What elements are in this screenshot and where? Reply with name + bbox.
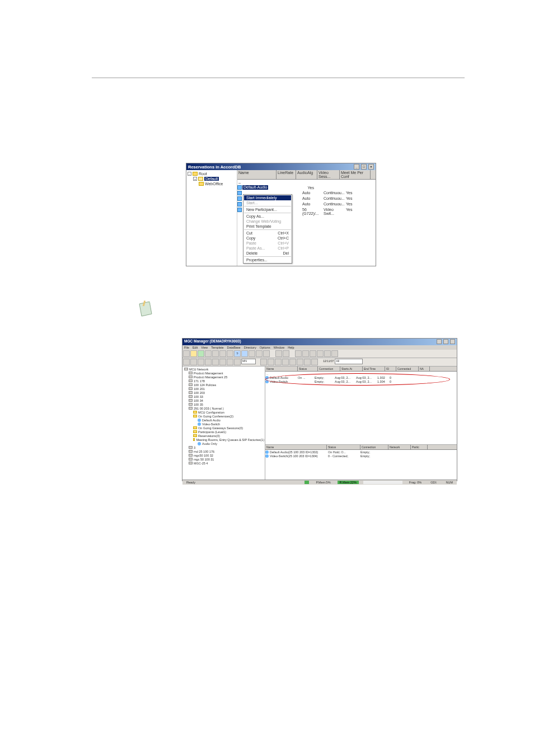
toolbar-button[interactable]: [219, 359, 226, 365]
toolbar-button[interactable]: [198, 350, 204, 357]
help-icon[interactable]: ?: [234, 350, 241, 357]
grid-row[interactable]: Video-Switch(25 100 203 ID=1304) 0 - Con…: [265, 454, 457, 458]
menu-delete[interactable]: DeleteDel: [244, 251, 291, 256]
toolbar-button[interactable]: [263, 350, 270, 357]
menu-copy-as[interactable]: Copy As...: [244, 214, 291, 219]
col-status[interactable]: Status: [298, 367, 318, 371]
menu-template[interactable]: Template: [211, 346, 223, 349]
col-partic[interactable]: Partic: [411, 445, 428, 449]
expand-icon[interactable]: +: [193, 177, 197, 181]
toolbar-button[interactable]: [183, 359, 190, 365]
col-videosess[interactable]: Video Sess...: [317, 170, 340, 179]
col-connection[interactable]: Connection: [360, 445, 388, 449]
menu-options[interactable]: Options: [260, 346, 270, 349]
toolbar-button[interactable]: [256, 350, 263, 357]
toolbar-button[interactable]: [227, 350, 233, 357]
toolbar-button[interactable]: [249, 350, 255, 357]
grid-row[interactable]: Default Audio(25 100 203 ID=1302) On Hol…: [265, 450, 457, 454]
toolbar-button[interactable]: [302, 350, 309, 357]
toolbar-button[interactable]: [234, 359, 241, 365]
tree-folder-default[interactable]: Default: [204, 177, 219, 181]
col-name[interactable]: Name: [237, 170, 277, 179]
menu-edit[interactable]: Edit: [193, 346, 198, 349]
col-endtime[interactable]: End Time: [363, 367, 385, 371]
toolbar-button[interactable]: [205, 350, 212, 357]
col-na[interactable]: NA: [419, 367, 430, 371]
ongoing-conferences[interactable]: On Going Conferences(2): [198, 415, 233, 418]
menu-file[interactable]: File: [184, 346, 189, 349]
menu-view[interactable]: View: [201, 346, 208, 349]
grid-row[interactable]: Video-Switch Empty; Aug 03, 2... Aug 03,…: [265, 379, 457, 383]
menu-window[interactable]: Window: [274, 346, 285, 349]
toolbar-button[interactable]: [212, 350, 219, 357]
menu-copy[interactable]: CopyCtrl+C: [244, 236, 291, 241]
menu-print-template[interactable]: Print Template: [244, 224, 291, 229]
toolbar-button[interactable]: [198, 359, 204, 365]
toolbar-button[interactable]: [268, 359, 274, 365]
menu-help[interactable]: Help: [288, 346, 294, 349]
toolbar-button[interactable]: [297, 359, 303, 365]
status-frag: Frag: 0%: [407, 481, 424, 484]
toolbar-button[interactable]: [289, 359, 296, 365]
menubar: File Edit View Template DataBase Directo…: [182, 345, 457, 350]
col-status[interactable]: Status: [327, 445, 360, 449]
toolbar-button[interactable]: [190, 359, 197, 365]
up-level[interactable]: ..: [237, 180, 376, 185]
toolbar-button[interactable]: [219, 350, 226, 357]
menu-start-immediately[interactable]: Start Immediately: [244, 195, 291, 200]
maximize-button[interactable]: [443, 339, 448, 344]
toolbar-button[interactable]: [317, 350, 324, 357]
col-linerate[interactable]: LineRate: [277, 170, 296, 179]
mname-field[interactable]: MN: [241, 359, 256, 364]
toolbar-button[interactable]: [310, 350, 316, 357]
mcu-icon: [189, 387, 193, 390]
close-button[interactable]: [450, 339, 455, 344]
col-network[interactable]: Network: [388, 445, 411, 449]
minimize-button[interactable]: [437, 339, 442, 344]
toolbar-button[interactable]: [304, 359, 311, 365]
toolbar-button[interactable]: [275, 359, 282, 365]
col-name[interactable]: Name: [265, 367, 298, 371]
selected-template[interactable]: Default-Audio: [242, 185, 268, 190]
toolbar-button[interactable]: [324, 350, 331, 357]
toolbar-button[interactable]: [311, 359, 318, 365]
tree-folder-weboffice[interactable]: WebOffice: [205, 182, 223, 186]
expand-icon[interactable]: −: [188, 172, 191, 176]
toolbar-button[interactable]: [205, 359, 212, 365]
folder-open-icon: [198, 177, 203, 181]
toolbar-button[interactable]: [295, 350, 302, 357]
mcu-tree[interactable]: MCU Network Product Management Product M…: [182, 367, 265, 480]
toolbar-button[interactable]: [212, 359, 219, 365]
toolbar-button[interactable]: [241, 350, 248, 357]
menu-properties[interactable]: Properties...: [244, 257, 291, 262]
col-id[interactable]: ID: [385, 367, 396, 371]
toolbar-button[interactable]: [190, 350, 197, 357]
toolbar-button[interactable]: [183, 350, 190, 357]
close-button[interactable]: ×: [368, 164, 374, 170]
col-connection[interactable]: Connection: [318, 367, 340, 371]
conferences-grid: Name Status Connection Starts At End Tim…: [265, 367, 457, 445]
menu-new-participant[interactable]: New Participant...: [244, 207, 291, 212]
toolbar-button[interactable]: [227, 359, 233, 365]
col-meetme[interactable]: Meet Me Per Conf: [340, 170, 371, 179]
menu-directory[interactable]: Directory: [244, 346, 256, 349]
toolbar-button[interactable]: [331, 350, 338, 357]
col-name[interactable]: Name: [265, 445, 327, 449]
col-audioalg[interactable]: AudioAlg: [296, 170, 317, 179]
filter-dropdown[interactable]: All: [335, 359, 363, 364]
col-connected[interactable]: Connected: [396, 367, 419, 371]
toolbar-button[interactable]: [275, 350, 282, 357]
grid-row[interactable]: Default Audio On ... Empty; Aug 03, 2...…: [265, 375, 457, 379]
folder-tree[interactable]: − Root + Default WebOffice: [186, 170, 237, 266]
menu-cut[interactable]: CutCtrl+X: [244, 231, 291, 236]
maximize-button[interactable]: □: [361, 164, 367, 170]
menu-database[interactable]: DataBase: [227, 346, 241, 349]
minimize-button[interactable]: _: [354, 164, 359, 170]
up-level[interactable]: ..: [265, 372, 269, 375]
toolbar-button[interactable]: [282, 359, 289, 365]
tree-root[interactable]: Root: [199, 172, 207, 176]
toolbar-button[interactable]: [260, 359, 267, 365]
col-starts[interactable]: Starts At: [340, 367, 363, 371]
toolbar-button[interactable]: [283, 350, 289, 357]
window-titlebar: MGC Manager (DEMADRYK0003): [182, 339, 457, 345]
